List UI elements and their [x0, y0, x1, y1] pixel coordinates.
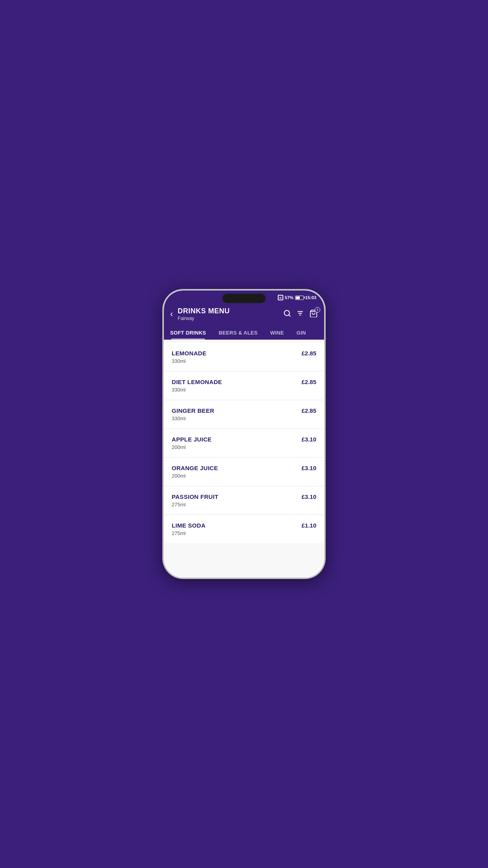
- item-name: LIME SODA: [172, 522, 295, 529]
- item-name: GINGER BEER: [172, 407, 295, 414]
- item-price: £3.10: [301, 436, 316, 443]
- vol-btn-3: [163, 393, 163, 412]
- menu-item-lime-soda[interactable]: LIME SODA 275ml £1.10: [164, 515, 324, 543]
- menu-item-ginger-beer[interactable]: GINGER BEER 330ml £2.85: [164, 400, 324, 429]
- menu-item-apple-juice[interactable]: APPLE JUICE 200ml £3.10: [164, 429, 324, 458]
- tab-gin[interactable]: GIN: [290, 326, 312, 340]
- item-name: PASSION FRUIT: [172, 493, 295, 500]
- menu-item-passion-fruit[interactable]: PASSION FRUIT 275ml £3.10: [164, 486, 324, 515]
- nfc-icon: N: [278, 295, 283, 300]
- screen: N 57% 15:03 ‹ DRINKS MENU Fairway: [164, 291, 324, 577]
- vol-btn-1: [163, 353, 163, 365]
- item-name: APPLE JUICE: [172, 436, 295, 443]
- item-desc: 275ml: [172, 502, 295, 508]
- item-name: LEMONADE: [172, 350, 295, 357]
- tabs-bar: SOFT DRINKS BEERS & ALES WINE GIN: [164, 326, 324, 340]
- battery-fill: [296, 296, 300, 299]
- menu-content[interactable]: LEMONADE 330ml £2.85 DIET LEMONADE 330ml…: [164, 340, 324, 577]
- header-left: ‹ DRINKS MENU Fairway: [170, 307, 230, 321]
- battery-percent: 57%: [285, 295, 294, 300]
- status-bar: N 57% 15:03: [164, 291, 324, 303]
- notch: [222, 294, 266, 303]
- item-desc: 330ml: [172, 416, 295, 421]
- item-info: LIME SODA 275ml: [172, 522, 295, 536]
- menu-item-orange-juice[interactable]: ORANGE JUICE 200ml £3.10: [164, 458, 324, 486]
- item-desc: 275ml: [172, 530, 295, 536]
- tab-wine[interactable]: WINE: [264, 326, 290, 340]
- menu-item-lemonade[interactable]: LEMONADE 330ml £2.85: [164, 343, 324, 371]
- item-info: DIET LEMONADE 330ml: [172, 379, 295, 393]
- item-desc: 330ml: [172, 387, 295, 393]
- battery-icon: [295, 296, 304, 300]
- item-info: PASSION FRUIT 275ml: [172, 493, 295, 508]
- menu-item-diet-lemonade[interactable]: DIET LEMONADE 330ml £2.85: [164, 371, 324, 400]
- item-desc: 200ml: [172, 473, 295, 479]
- filter-button[interactable]: [297, 310, 304, 319]
- item-name: DIET LEMONADE: [172, 379, 295, 385]
- header: ‹ DRINKS MENU Fairway: [164, 303, 324, 326]
- item-info: GINGER BEER 330ml: [172, 407, 295, 421]
- item-info: ORANGE JUICE 200ml: [172, 465, 295, 479]
- header-title-block: DRINKS MENU Fairway: [178, 307, 230, 321]
- search-button[interactable]: [283, 309, 291, 319]
- item-desc: 200ml: [172, 444, 295, 450]
- item-price: £2.85: [301, 350, 316, 357]
- status-time: 15:03: [305, 295, 316, 300]
- item-price: £1.10: [301, 522, 316, 529]
- status-right: N 57% 15:03: [278, 295, 316, 300]
- cart-badge: 1: [315, 307, 320, 313]
- item-name: ORANGE JUICE: [172, 465, 295, 471]
- svg-line-1: [289, 314, 290, 316]
- item-price: £3.10: [301, 493, 316, 500]
- phone-frame: N 57% 15:03 ‹ DRINKS MENU Fairway: [163, 289, 325, 579]
- item-price: £2.85: [301, 379, 316, 385]
- item-price: £3.10: [301, 465, 316, 471]
- header-icons: 1: [283, 309, 318, 319]
- item-price: £2.85: [301, 407, 316, 414]
- page-title: DRINKS MENU: [178, 307, 230, 315]
- page-subtitle: Fairway: [178, 316, 230, 321]
- cart-button[interactable]: 1: [309, 309, 318, 319]
- back-button[interactable]: ‹: [170, 310, 173, 318]
- vol-btn-2: [163, 369, 163, 389]
- item-info: APPLE JUICE 200ml: [172, 436, 295, 450]
- menu-list: LEMONADE 330ml £2.85 DIET LEMONADE 330ml…: [164, 343, 324, 543]
- item-desc: 330ml: [172, 358, 295, 364]
- tab-soft-drinks[interactable]: SOFT DRINKS: [164, 326, 212, 340]
- tab-beers-ales[interactable]: BEERS & ALES: [212, 326, 264, 340]
- item-info: LEMONADE 330ml: [172, 350, 295, 364]
